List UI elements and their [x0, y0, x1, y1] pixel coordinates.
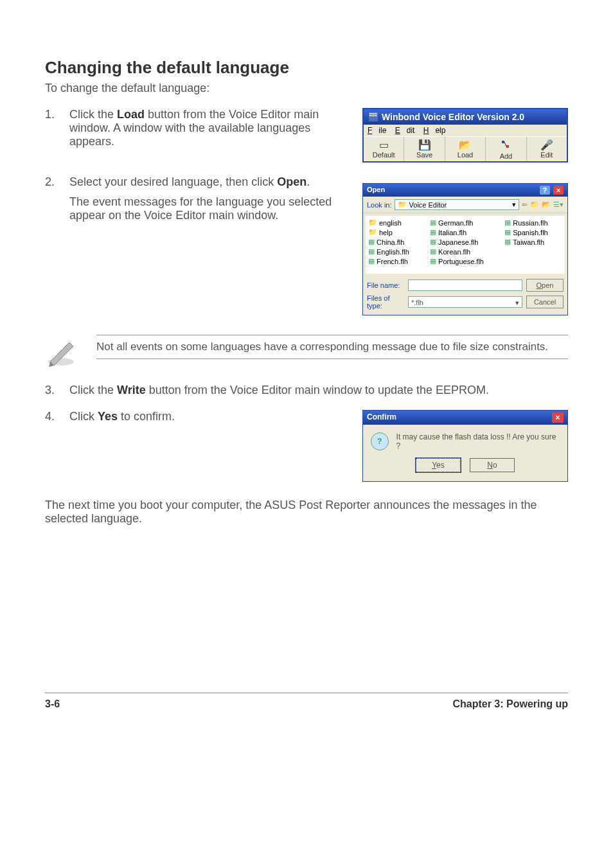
files-of-type-label: Files of type: — [367, 294, 404, 310]
step-number: 4. — [45, 410, 69, 423]
file-icon: ▦ — [504, 218, 511, 227]
dialog-title: Open — [367, 186, 385, 195]
look-in-value: Voice Editor — [409, 201, 447, 209]
file-name: Portuguese.flh — [438, 258, 484, 265]
open-dialog: Open ? × Look in: 📁 Voice Editor ▾ — [362, 183, 568, 315]
save-button[interactable]: 💾Save — [404, 137, 445, 161]
look-in-label: Look in: — [367, 201, 392, 209]
list-item[interactable]: ▦Japanese.flh — [430, 238, 498, 246]
page-footer: 3-6 Chapter 3: Powering up — [45, 693, 568, 710]
file-icon: ▦ — [430, 238, 436, 246]
label: Save — [416, 151, 432, 159]
list-item[interactable]: 📁english — [368, 218, 423, 227]
add-icon — [486, 139, 526, 152]
yes-button[interactable]: Yes — [416, 458, 461, 472]
pencil-icon — [45, 335, 77, 367]
files-of-type-value: *.flh — [411, 297, 423, 307]
dialog-title: Confirm — [367, 412, 396, 423]
help-button[interactable]: ? — [540, 186, 550, 195]
file-icon: ▦ — [430, 257, 436, 265]
label: Edit — [540, 151, 553, 159]
label: Add — [500, 152, 513, 160]
file-name-input[interactable] — [408, 279, 522, 291]
question-icon: ? — [371, 432, 389, 450]
list-item[interactable]: ▦Italian.flh — [430, 228, 498, 236]
list-item[interactable]: ▦French.flh — [368, 257, 423, 265]
step-number: 1. — [45, 108, 69, 121]
window-titlebar: Winbond Voice Editor Version 2.0 — [364, 109, 567, 125]
confirm-dialog: Confirm × ? It may cause the flash data … — [362, 410, 568, 482]
step-text: Select your desired language, then click… — [69, 175, 352, 222]
load-button[interactable]: 📂Load — [445, 137, 486, 161]
list-item[interactable]: 📁help — [368, 228, 423, 236]
file-name-label: File name: — [367, 281, 404, 289]
step-number: 2. — [45, 175, 69, 189]
new-folder-icon[interactable]: 📂 — [542, 200, 551, 209]
edit-button[interactable]: 🎤Edit — [527, 137, 567, 161]
up-icon[interactable]: 📁 — [530, 200, 539, 209]
no-button[interactable]: No — [470, 458, 515, 472]
file-icon: ▦ — [368, 257, 375, 265]
svg-rect-8 — [375, 115, 377, 116]
dialog-titlebar: Open ? × — [363, 184, 567, 197]
list-item[interactable]: ▦China.flh — [368, 238, 423, 246]
svg-rect-6 — [371, 115, 373, 116]
file-name: Korean.flh — [438, 248, 470, 256]
confirm-message: It may cause the flash data loss !! Are … — [396, 432, 560, 450]
svg-rect-10 — [506, 145, 509, 148]
text: Click the — [69, 384, 117, 396]
list-item[interactable]: ▦German.flh — [430, 218, 498, 227]
file-name: Spanish.flh — [513, 229, 547, 236]
svg-rect-1 — [369, 113, 371, 114]
close-button[interactable]: × — [553, 186, 564, 195]
edit-icon: 🎤 — [527, 139, 567, 151]
chevron-down-icon: ▾ — [515, 297, 519, 307]
list-item[interactable]: ▦Spanish.flh — [504, 228, 562, 236]
file-name: English.flh — [377, 248, 409, 256]
text: button from the Voice Editor main window… — [146, 384, 489, 396]
app-icon — [369, 112, 378, 121]
add-button[interactable]: Add — [486, 137, 526, 161]
open-icon: 📂 — [445, 139, 485, 151]
page-number: 3-6 — [45, 698, 60, 710]
default-button[interactable]: ▭Default — [364, 137, 404, 161]
text: Click — [69, 410, 98, 423]
cancel-button[interactable]: Cancel — [526, 296, 564, 308]
back-icon[interactable]: ⇐ — [522, 200, 528, 209]
text: Click the — [69, 108, 117, 121]
winbond-window: Winbond Voice Editor Version 2.0 File Ed… — [362, 108, 568, 163]
menu-edit[interactable]: Edit — [395, 126, 415, 135]
list-item[interactable]: ▦Korean.flh — [430, 247, 498, 256]
look-in-combo[interactable]: 📁 Voice Editor ▾ — [395, 199, 519, 210]
chevron-down-icon: ▾ — [512, 200, 516, 209]
file-name: Japanese.flh — [438, 238, 478, 246]
file-icon: ▦ — [430, 228, 436, 236]
open-button[interactable]: Open — [526, 279, 564, 292]
step-paragraph: The event messages for the language you … — [69, 195, 352, 222]
section-title: Changing the default language — [45, 58, 568, 78]
list-item[interactable]: ▦English.flh — [368, 247, 423, 256]
menu-file[interactable]: File — [368, 126, 386, 135]
files-of-type-combo[interactable]: *.flh ▾ — [408, 296, 522, 308]
svg-rect-4 — [375, 113, 377, 114]
menu-help[interactable]: Help — [423, 126, 446, 135]
note-text: Not all events on some languages have a … — [96, 335, 568, 359]
list-item[interactable]: ▦Russian.flh — [504, 218, 562, 227]
folder-icon: 📁 — [398, 200, 407, 209]
write-keyword: Write — [117, 384, 146, 396]
file-name: French.flh — [377, 258, 408, 265]
list-item[interactable]: ▦Taiwan.flh — [504, 238, 562, 246]
closing-paragraph: The next time you boot your computer, th… — [45, 499, 568, 526]
list-item[interactable]: ▦Portuguese.flh — [430, 257, 498, 265]
chapter-label: Chapter 3: Powering up — [452, 698, 568, 710]
views-icon[interactable]: ☰▾ — [553, 200, 564, 209]
open-keyword: Open — [277, 175, 306, 188]
close-button[interactable]: × — [552, 412, 564, 423]
yes-keyword: Yes — [98, 410, 118, 423]
file-list[interactable]: 📁english 📁help ▦China.flh ▦English.flh ▦… — [366, 216, 565, 274]
file-name: english — [379, 219, 402, 227]
save-icon: 💾 — [404, 139, 444, 151]
step-text: Click the Write button from the Voice Ed… — [69, 384, 568, 397]
menubar: File Edit Help — [364, 125, 567, 136]
file-icon: ▦ — [368, 247, 375, 256]
